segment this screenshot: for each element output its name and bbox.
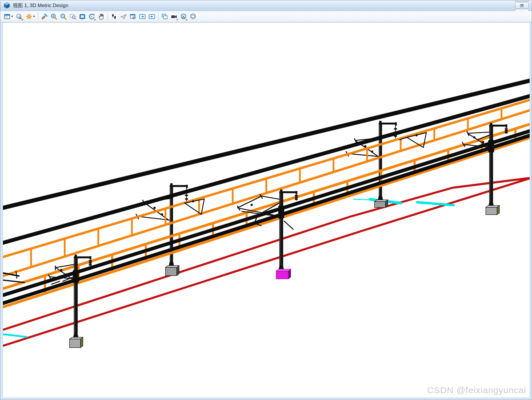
mast-5 <box>462 123 508 215</box>
return-wire-1 <box>3 131 530 295</box>
insulator <box>364 145 367 147</box>
insulator <box>153 207 156 209</box>
pan-view-button[interactable] <box>97 12 106 21</box>
minimize-icon <box>520 0 524 1</box>
terrain-line <box>417 202 454 205</box>
toolbar-separator <box>107 12 108 20</box>
insulator <box>415 134 417 136</box>
dropdown-caret-icon <box>21 19 23 21</box>
walk-icon <box>110 13 118 20</box>
rotate-view-button[interactable] <box>87 12 96 21</box>
foundation-front <box>165 267 177 276</box>
clip-mask-button[interactable] <box>189 12 197 21</box>
view-cube-icon <box>3 2 10 9</box>
fly-icon <box>120 13 127 20</box>
mast-finial <box>379 121 382 123</box>
fly-button[interactable] <box>119 12 128 21</box>
wire-clamp <box>488 140 494 152</box>
update-view-button[interactable] <box>40 12 49 21</box>
zoom-in-icon <box>50 13 57 20</box>
clip-mask-icon <box>189 13 197 20</box>
camera-settings-button[interactable] <box>170 12 179 21</box>
zoom-in-button[interactable] <box>49 12 58 21</box>
walk-button[interactable] <box>110 12 118 21</box>
view-previous-icon <box>139 13 146 20</box>
insulator <box>161 213 163 216</box>
mast-3 <box>237 189 298 279</box>
dropdown-caret-icon <box>94 19 96 21</box>
catenary-wire <box>3 100 530 257</box>
insulator <box>473 136 475 139</box>
view-toolbar <box>0 11 532 22</box>
fit-view-icon <box>79 13 86 20</box>
dropdown-caret-icon <box>33 16 35 17</box>
cross-arm <box>74 256 91 258</box>
window-title: 视图 1, 3D Metric Design <box>13 2 68 9</box>
insulator <box>482 141 484 143</box>
restore-button[interactable] <box>515 2 529 9</box>
terrain-line <box>354 199 370 200</box>
rail-alignment-line-2 <box>3 178 530 346</box>
catenary-3d-model <box>3 23 530 398</box>
mast-finial <box>490 123 492 125</box>
window-area-icon <box>69 13 76 20</box>
cross-arm <box>170 185 187 187</box>
insulator <box>266 211 268 213</box>
adjust-brightness-icon <box>25 13 33 20</box>
pan-view-icon <box>98 13 105 20</box>
insulator-stack <box>295 194 298 200</box>
clip-volume-button[interactable] <box>179 12 188 21</box>
insulator <box>192 200 194 202</box>
dropdown-caret-icon <box>176 19 178 21</box>
view-previous-button[interactable] <box>138 12 147 21</box>
title-bar[interactable]: 视图 1, 3D Metric Design <box>0 0 532 11</box>
insulator <box>371 150 373 153</box>
foundation-side <box>81 337 83 348</box>
foundation-front <box>375 202 385 208</box>
foundation-front <box>70 339 81 348</box>
mast-finial <box>75 255 77 256</box>
view-next-icon <box>148 13 155 20</box>
fit-view-button[interactable] <box>78 12 87 21</box>
3d-viewport[interactable]: CSDN @feixiangyuncai <box>3 22 530 398</box>
cross-arm <box>279 191 297 193</box>
navigate-window-button[interactable] <box>128 12 137 21</box>
contact-wire <box>3 110 530 276</box>
wire-clamp <box>73 270 79 283</box>
update-view-icon <box>41 13 48 20</box>
zoom-out-button[interactable] <box>59 12 68 21</box>
minimize-button[interactable] <box>515 0 529 2</box>
view-attributes-button[interactable] <box>2 12 14 21</box>
foundation-side <box>177 266 179 276</box>
insulator <box>60 269 62 271</box>
toolbar-separator <box>38 12 38 20</box>
copy-view-icon <box>161 13 168 20</box>
foundation-front <box>276 271 288 279</box>
view-next-button[interactable] <box>147 12 156 21</box>
view-window: 视图 1, 3D Metric Design CSDN @feixiangyun… <box>0 0 532 400</box>
zoom-out-icon <box>60 13 67 20</box>
foundation-front <box>486 207 497 215</box>
dropdown-caret-icon <box>186 19 188 21</box>
catenary-wire <box>3 124 530 289</box>
terrain-line <box>4 334 27 337</box>
foundation-side <box>497 205 499 215</box>
mast-finial <box>280 189 282 191</box>
view-attributes-icon <box>4 13 11 20</box>
display-style-button[interactable] <box>15 12 24 21</box>
rail-alignment-line-1 <box>3 178 530 330</box>
window-area-button[interactable] <box>68 12 77 21</box>
wire-clamp <box>278 205 284 219</box>
adjust-brightness-button[interactable] <box>24 12 36 21</box>
insulator <box>250 204 253 206</box>
anchor-fitting <box>3 280 24 282</box>
insulator-stack <box>505 127 508 134</box>
restore-icon <box>520 4 524 7</box>
copy-view-button[interactable] <box>160 12 169 21</box>
insulator <box>65 273 67 276</box>
foundation-side <box>288 269 291 279</box>
window-frame: CSDN @feixiangyuncai <box>0 22 532 400</box>
cross-arm <box>379 123 396 125</box>
toolbar-separator <box>158 12 158 20</box>
navigate-window-icon <box>129 13 136 20</box>
